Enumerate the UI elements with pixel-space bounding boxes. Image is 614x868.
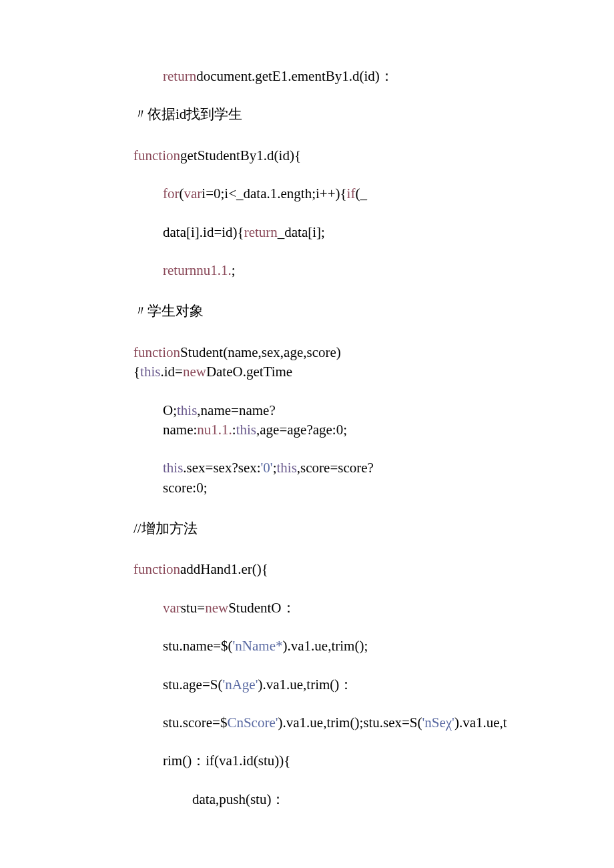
code-token: //增加方法 [133,520,198,536]
code-token: data,push(stu)： [192,791,285,807]
code-token: stu= [181,600,205,616]
code-token: .sex=sex?sex: [183,460,260,476]
code-token: this [177,402,197,418]
code-line: //增加方法 [133,519,400,538]
code-token: for [163,185,180,201]
code-token: ).va1.ue,trim(); [283,638,368,654]
code-line: 〃依据id找到学生 [133,105,400,124]
code-line: this.sex=sex?sex:'0';this,score=score?sc… [133,458,400,498]
code-token: _data[i]; [278,224,325,240]
code-token: function [133,147,180,163]
code-token: stu.age=S( [163,677,222,693]
code-token: var [163,600,181,616]
code-token: 'nAge' [222,677,258,693]
code-token: this [236,422,256,438]
code-token: ).va1.ue,t [454,715,507,731]
code-line: 〃学生对象 [133,302,400,321]
code-token: return [163,68,196,84]
code-token: function [133,344,180,360]
code-token: var [184,185,202,201]
code-line: rim()：if(va1.id(stu)){ [133,751,400,771]
code-token: ( [180,185,184,201]
code-line: stu.age=S('nAge').va1.ue,trim()： [133,675,400,695]
code-line: varstu=newStudentO： [133,598,400,618]
code-token: if [347,185,356,201]
code-line: data[i].id=id){return_data[i]; [133,223,400,242]
code-line: functiongetStudentBy1.d(id){ [133,146,400,165]
code-line: O;this,name=name?name:nu1.1.:this,age=ag… [133,401,400,440]
code-token: stu.name=$( [163,638,233,654]
code-token: stu.score=$ [163,715,227,731]
code-token: rim()：if(va1.id(stu)){ [163,753,290,769]
code-token: StudentO： [228,600,295,616]
code-token: function [133,561,180,577]
code-line: returnnu1.1.; [133,261,400,280]
code-token: this [140,364,160,380]
code-token: return [244,224,278,240]
code-token: getStudentBy1.d(id){ [180,147,301,163]
code-token: '0' [261,460,273,476]
code-token: returnnu1.1. [163,262,232,278]
code-token: ; [232,262,236,278]
code-token: O; [163,402,177,418]
code-token: DateO.getTime [206,364,292,380]
code-token: 'nName* [233,638,283,654]
code-line: returndocument.getE1.ementBy1.d(id)： [133,67,400,86]
code-block: returndocument.getE1.ementBy1.d(id)：〃依据i… [133,67,400,809]
code-line: stu.score=$CnScore').va1.ue,trim();stu.s… [133,713,400,733]
code-token: CnScore' [227,715,278,731]
code-line: functionStudent(name,sex,age,score){this… [133,343,400,382]
code-token: new [183,364,206,380]
code-token: ).va1.ue,trim()： [258,677,353,693]
code-token: addHand1.er(){ [180,561,268,577]
code-token: this [163,460,183,476]
code-token: (_ [355,185,367,201]
code-line: functionaddHand1.er(){ [133,560,400,579]
document-page: returndocument.getE1.ementBy1.d(id)：〃依据i… [0,0,440,868]
code-token: 〃依据id找到学生 [133,106,242,122]
code-line: data,push(stu)： [133,790,400,809]
code-token: new [205,600,228,616]
code-token: 'nSeχ' [422,715,454,731]
code-line: stu.name=$('nName*).va1.ue,trim(); [133,636,400,656]
code-token: .id= [160,364,182,380]
code-token: 〃学生对象 [133,303,204,319]
code-line: for(vari=0;i<_data.1.ength;i++){if(_ [133,184,400,203]
code-token: this [277,460,297,476]
code-token: ).va1.ue,trim();stu.sex=S( [278,715,422,731]
code-token: i=0;i<_data.1.ength;i++){ [202,185,346,201]
code-token: data[i].id=id){ [163,224,244,240]
code-token: ,age=age?age:0; [256,422,347,438]
code-token: document.getE1.ementBy1.d(id)： [196,68,394,84]
code-token: nu1.1. [197,422,232,438]
